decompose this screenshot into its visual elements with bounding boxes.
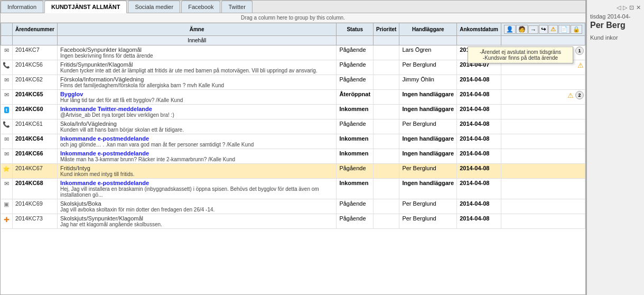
case-id[interactable]: 2014KC69 — [13, 199, 58, 214]
subject-title: Inkommande e-postmeddelande — [60, 180, 333, 186]
case-actions — [501, 75, 585, 90]
table-row[interactable]: ✉2014KC68Inkommande e-postmeddelandeHej,… — [1, 179, 585, 199]
case-subject[interactable]: Fritids/IntygKund inkom med intyg till f… — [57, 164, 336, 179]
case-status: Inkommen — [337, 105, 374, 119]
table-row[interactable]: ✉2014KC64Inkommande e-postmeddelandeoch … — [1, 134, 585, 149]
subject-title: Inkommande e-postmeddelande — [60, 135, 333, 142]
case-subject[interactable]: Inkommande e-postmeddelandeoch jag glömd… — [57, 134, 336, 149]
nav-left-icon[interactable]: ◁ — [617, 4, 621, 11]
tab-facebook[interactable]: Facebook — [181, 1, 220, 13]
case-id[interactable]: 2014KC60 — [13, 105, 58, 119]
case-priority — [374, 199, 399, 214]
sub-date — [457, 36, 501, 45]
col-ankomstdatum: Ankomstdatum — [457, 23, 501, 36]
case-id[interactable]: 2014KC68 — [13, 179, 58, 199]
table-row[interactable]: ✉2014KC7Facebook/Synpunkter klagomålInge… — [1, 45, 585, 60]
case-status: Inkommen — [337, 134, 374, 149]
subject-preview: Ingen beskrivning finns för detta ärende — [60, 53, 333, 59]
case-date: 2014-04-08 — [457, 164, 501, 179]
case-handler: Per Berglund — [399, 214, 457, 229]
case-id[interactable]: 2014KC66 — [13, 149, 58, 164]
right-name: Per Berg — [590, 21, 641, 30]
case-status: Pågående — [337, 214, 374, 229]
col-amne: Ämne — [57, 23, 336, 36]
sub-icon — [1, 36, 13, 45]
nav-right-icon[interactable]: ▷ — [623, 4, 627, 11]
hdr-forward-icon[interactable]: ↪ — [539, 25, 548, 34]
warning-icon: ⚠ — [577, 61, 584, 69]
case-status: Pågående — [337, 164, 374, 179]
case-handler: Jimmy Öhlin — [399, 75, 457, 90]
warning-icon: ⚠ — [567, 91, 574, 99]
hdr-person-icon[interactable]: 👤 — [504, 25, 516, 34]
case-priority — [374, 60, 399, 75]
col-icon — [1, 23, 13, 36]
table-row[interactable]: ✉2014KC62Förskola/Information/Vägledning… — [1, 75, 585, 90]
tooltip-container: 1-Ärendet ej avslutat inom tidsgräns-Kun… — [575, 47, 584, 55]
sub-status — [337, 36, 374, 45]
table-row[interactable]: ⭐2014KC67Fritids/IntygKund inkom med int… — [1, 164, 585, 179]
case-id[interactable]: 2014KC67 — [13, 164, 58, 179]
col-status: Status — [337, 23, 374, 36]
case-badge[interactable]: 2 — [575, 91, 584, 99]
tab-information[interactable]: Information — [1, 1, 43, 13]
case-handler: Per Berglund — [399, 60, 457, 75]
case-badge[interactable]: 1 — [575, 47, 584, 55]
case-subject[interactable]: Skolskjuts/Synpunkter/KlagomålJag har et… — [57, 214, 336, 229]
case-priority — [374, 45, 399, 60]
subject-title: Inkommande Twitter-meddelande — [60, 106, 333, 112]
tab-kundtjanst[interactable]: KUNDTJÄNST ALLMÄNT — [44, 1, 127, 13]
case-subject[interactable]: Inkommande e-postmeddelandeHej, Jag vill… — [57, 179, 336, 199]
maximize-icon[interactable]: ⊡ — [629, 4, 634, 11]
hdr-arrow-icon[interactable]: → — [528, 25, 538, 34]
table-row[interactable]: t2014KC60Inkommande Twitter-meddelande@A… — [1, 105, 585, 119]
table-row[interactable]: 📞2014KC61Skola/Info/VägledningKunden vil… — [1, 119, 585, 134]
case-subject[interactable]: Förskola/Information/VägledningFinns det… — [57, 75, 336, 90]
case-subject[interactable]: Skolskjuts/BokaJag vill avboka skoltaxin… — [57, 199, 336, 214]
case-subject[interactable]: Inkommande e-postmeddelandeMåste man ha … — [57, 149, 336, 164]
close-icon[interactable]: ✕ — [636, 4, 641, 11]
case-handler: Per Berglund — [399, 199, 457, 214]
subject-preview: Kunden tycker inte att det är lämpligt a… — [60, 68, 333, 73]
case-status: Pågående — [337, 75, 374, 90]
case-subject[interactable]: Facebook/Synpunkter klagomålIngen beskri… — [57, 45, 336, 60]
subject-title: Förskola/Information/Vägledning — [60, 76, 333, 82]
subject-preview: och jag glömde… . .kan man vara god man … — [60, 142, 333, 148]
case-id[interactable]: 2014KC65 — [13, 90, 58, 105]
case-priority — [374, 134, 399, 149]
case-id[interactable]: 2014KC62 — [13, 75, 58, 90]
case-date: 2014-04-08 — [457, 199, 501, 214]
case-priority — [374, 179, 399, 199]
row-type-icon: ▣ — [1, 199, 13, 214]
subject-preview: Jag har ett klagomål angående skolbussen… — [60, 222, 333, 227]
case-subject[interactable]: Fritids/Synpunkter/KlagomålKunden tycker… — [57, 60, 336, 75]
tab-twitter[interactable]: Twitter — [221, 1, 252, 13]
case-handler: Ingen handläggare — [399, 149, 457, 164]
hdr-person2-icon[interactable]: 🧑 — [516, 25, 528, 34]
right-panel: ◁ ▷ ⊡ ✕ tisdag 2014-04- Per Berg Kund in… — [586, 0, 644, 295]
table-row[interactable]: ✚2014KC73Skolskjuts/Synpunkter/KlagomålJ… — [1, 214, 585, 229]
case-id[interactable]: 2014KC61 — [13, 119, 58, 134]
case-id[interactable]: 2014KC7 — [13, 45, 58, 60]
table-row[interactable]: ✉2014KC65BygglovHur lång tid tar det för… — [1, 90, 585, 105]
case-id[interactable]: 2014KC64 — [13, 134, 58, 149]
case-actions — [501, 134, 585, 149]
case-subject[interactable]: BygglovHur lång tid tar det för att få e… — [57, 90, 336, 105]
hdr-doc-icon[interactable]: 📄 — [558, 25, 570, 34]
case-actions — [501, 179, 585, 199]
right-label: Kund inkor — [590, 34, 641, 41]
case-subject[interactable]: Inkommande Twitter-meddelande@Artvise_ab… — [57, 105, 336, 119]
sub-prioritet — [374, 36, 399, 45]
case-id[interactable]: 2014KC73 — [13, 214, 58, 229]
subject-title: Facebook/Synpunkter klagomål — [60, 47, 333, 53]
tab-sociala[interactable]: Sociala medier — [128, 1, 180, 13]
case-subject[interactable]: Skola/Info/VägledningKunden vill att han… — [57, 119, 336, 134]
table-row[interactable]: ▣2014KC69Skolskjuts/BokaJag vill avboka … — [1, 199, 585, 214]
table-row[interactable]: ✉2014KC66Inkommande e-postmeddelandeMåst… — [1, 149, 585, 164]
hdr-lock-icon[interactable]: 🔒 — [571, 25, 582, 34]
case-priority — [374, 90, 399, 105]
tab-bar: Information KUNDTJÄNST ALLMÄNT Sociala m… — [1, 1, 585, 13]
hdr-warn-icon[interactable]: ⚠ — [548, 25, 558, 34]
subject-title: Bygglov — [60, 91, 333, 97]
case-id[interactable]: 2014KC56 — [13, 60, 58, 75]
